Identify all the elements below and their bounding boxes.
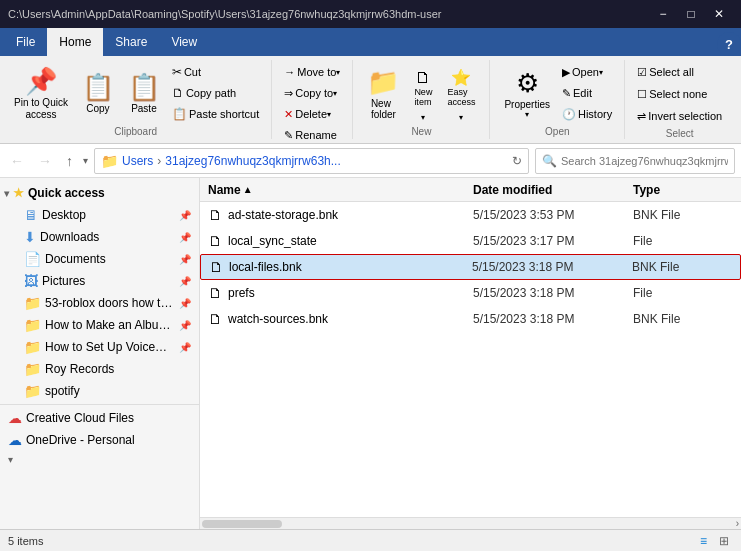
file-date-prefs: 5/15/2023 3:18 PM: [473, 286, 633, 300]
copy-to-icon: ⇒: [284, 87, 293, 100]
paste-icon: 📋: [128, 72, 160, 103]
delete-button[interactable]: ✕ Delete ▾: [280, 104, 344, 124]
ribbon-group-clipboard: 📌 Pin to Quickaccess 📋 Copy 📋 Paste ✂ Cu…: [0, 60, 272, 139]
col-type[interactable]: Type: [633, 183, 733, 197]
dropdown-recent: ▾: [83, 155, 88, 166]
creative-cloud-label: Creative Cloud Files: [26, 411, 191, 425]
ribbon-group-new: 📁 Newfolder 🗋 Newitem ▾ ⭐ Easyaccess: [353, 60, 490, 139]
file-type-sync: File: [633, 234, 733, 248]
back-button[interactable]: ←: [6, 151, 28, 171]
edit-button[interactable]: ✎ Edit: [558, 83, 616, 103]
sidebar-item-documents[interactable]: 📄 Documents 📌: [16, 248, 199, 270]
downloads-label: Downloads: [40, 230, 175, 244]
minimize-button[interactable]: −: [649, 0, 677, 28]
documents-icon: 📄: [24, 251, 41, 267]
onedrive-icon: ☁: [8, 432, 22, 448]
sidebar-item-spotify[interactable]: 📁 spotify: [16, 380, 199, 402]
file-name-watch: watch-sources.bnk: [228, 312, 473, 326]
users-breadcrumb[interactable]: Users: [122, 154, 153, 168]
cut-label: Cut: [184, 66, 201, 78]
new-folder-label: Newfolder: [371, 98, 396, 120]
ribbon-tabs: File Home Share View ?: [0, 28, 741, 56]
new-folder-button[interactable]: 📁 Newfolder: [361, 63, 405, 123]
paste-button[interactable]: 📋 Paste: [122, 63, 166, 123]
scroll-right-arrow[interactable]: ›: [734, 518, 741, 529]
col-date[interactable]: Date modified: [473, 183, 633, 197]
sidebar-item-roblox[interactable]: 📁 53-roblox doors how to get Sup 📌: [16, 292, 199, 314]
sidebar-item-pictures[interactable]: 🖼 Pictures 📌: [16, 270, 199, 292]
refresh-button[interactable]: ↻: [512, 154, 522, 168]
cut-button[interactable]: ✂ Cut: [168, 62, 263, 82]
tab-file[interactable]: File: [4, 28, 47, 56]
rename-button[interactable]: ✎ Rename: [280, 125, 344, 145]
tab-share[interactable]: Share: [103, 28, 159, 56]
roy-folder-icon: 📁: [24, 361, 41, 377]
properties-button[interactable]: ⚙ Properties ▾: [498, 63, 556, 123]
pictures-label: Pictures: [42, 274, 175, 288]
view-list-button[interactable]: ≡: [696, 532, 711, 550]
open-button[interactable]: ▶ Open ▾: [558, 62, 616, 82]
copy-button[interactable]: 📋 Copy: [76, 63, 120, 123]
easy-access-icon: ⭐: [451, 68, 471, 87]
scroll-down-indicator[interactable]: ▾: [0, 451, 199, 468]
file-row-watch-sources[interactable]: 🗋 watch-sources.bnk 5/15/2023 3:18 PM BN…: [200, 306, 741, 332]
select-none-icon: ☐: [637, 88, 647, 101]
main-content: ▾ ★ Quick access 🖥 Desktop 📌 ⬇ Downloads…: [0, 178, 741, 529]
file-row-ad-state[interactable]: 🗋 ad-state-storage.bnk 5/15/2023 3:53 PM…: [200, 202, 741, 228]
horizontal-scrollbar[interactable]: ›: [200, 517, 741, 529]
pin-indicator5: 📌: [179, 298, 191, 309]
sidebar-item-creative-cloud[interactable]: ☁ Creative Cloud Files: [0, 407, 199, 429]
up-button[interactable]: ↑: [62, 151, 77, 171]
file-list-header: Name ▲ Date modified Type: [200, 178, 741, 202]
sidebar-item-downloads[interactable]: ⬇ Downloads 📌: [16, 226, 199, 248]
select-none-button[interactable]: ☐ Select none: [633, 84, 726, 104]
soundcloud-label: How to Make an Album on SoundC: [45, 318, 175, 332]
address-box[interactable]: 📁 Users › 31ajzeg76nwhuqz3qkmjrrw63h... …: [94, 148, 529, 174]
sidebar-item-roy-records[interactable]: 📁 Roy Records: [16, 358, 199, 380]
col-date-label: Date modified: [473, 183, 552, 197]
select-all-icon: ☑: [637, 66, 647, 79]
search-box[interactable]: 🔍: [535, 148, 735, 174]
easy-access-dropdown[interactable]: ▾: [441, 112, 481, 123]
pin-quick-access-button[interactable]: 📌 Pin to Quickaccess: [8, 63, 74, 123]
view-grid-button[interactable]: ⊞: [715, 532, 733, 550]
tab-view[interactable]: View: [159, 28, 209, 56]
sidebar-item-onedrive[interactable]: ☁ OneDrive - Personal: [0, 429, 199, 451]
quick-access-items: 🖥 Desktop 📌 ⬇ Downloads 📌 📄 Documents 📌 …: [0, 204, 199, 402]
forward-button[interactable]: →: [34, 151, 56, 171]
sidebar-item-desktop[interactable]: 🖥 Desktop 📌: [16, 204, 199, 226]
new-item-dropdown[interactable]: ▾: [407, 112, 439, 123]
maximize-button[interactable]: □: [677, 0, 705, 28]
file-name-local: local-files.bnk: [229, 260, 472, 274]
file-row-local-sync[interactable]: 🗋 local_sync_state 5/15/2023 3:17 PM Fil…: [200, 228, 741, 254]
new-item-button[interactable]: 🗋 Newitem: [407, 63, 439, 112]
search-input[interactable]: [561, 155, 728, 167]
sidebar-item-voicemail[interactable]: 📁 How to Set Up Voicemail in RingCe 📌: [16, 336, 199, 358]
col-name[interactable]: Name ▲: [208, 183, 473, 197]
file-row-prefs[interactable]: 🗋 prefs 5/15/2023 3:18 PM File: [200, 280, 741, 306]
quick-access-header[interactable]: ▾ ★ Quick access: [0, 182, 199, 204]
help-button[interactable]: ?: [717, 32, 741, 56]
spotify-folder-icon: 📁: [24, 383, 41, 399]
sidebar-item-soundcloud[interactable]: 📁 How to Make an Album on SoundC 📌: [16, 314, 199, 336]
dropdown-arrow2: ▾: [459, 113, 463, 122]
history-button[interactable]: 🕐 History: [558, 104, 616, 124]
scroll-thumb-h[interactable]: [202, 520, 282, 528]
invert-selection-button[interactable]: ⇌ Invert selection: [633, 106, 726, 126]
copy-path-button[interactable]: 🗋 Copy path: [168, 83, 263, 103]
move-to-button[interactable]: → Move to ▾: [280, 62, 344, 82]
paste-shortcut-button[interactable]: 📋 Paste shortcut: [168, 104, 263, 124]
select-all-button[interactable]: ☑ Select all: [633, 62, 726, 82]
copy-to-button[interactable]: ⇒ Copy to ▾: [280, 83, 344, 103]
roblox-label: 53-roblox doors how to get Sup: [45, 296, 175, 310]
close-button[interactable]: ✕: [705, 0, 733, 28]
spotify-label: spotify: [45, 384, 191, 398]
user-breadcrumb[interactable]: 31ajzeg76nwhuqz3qkmjrrw63h...: [165, 154, 340, 168]
expand-arrow: ▾: [4, 188, 9, 199]
address-bar: ← → ↑ ▾ 📁 Users › 31ajzeg76nwhuqz3qkmjrr…: [0, 144, 741, 178]
voicemail-label: How to Set Up Voicemail in RingCe: [45, 340, 175, 354]
file-row-local-files[interactable]: 🗋 local-files.bnk 5/15/2023 3:18 PM BNK …: [200, 254, 741, 280]
easy-access-button[interactable]: ⭐ Easyaccess: [441, 63, 481, 112]
tab-home[interactable]: Home: [47, 28, 103, 56]
organize-small-group: → Move to ▾ ⇒ Copy to ▾ ✕ Delete ▾ ✎ Ren…: [280, 62, 344, 145]
